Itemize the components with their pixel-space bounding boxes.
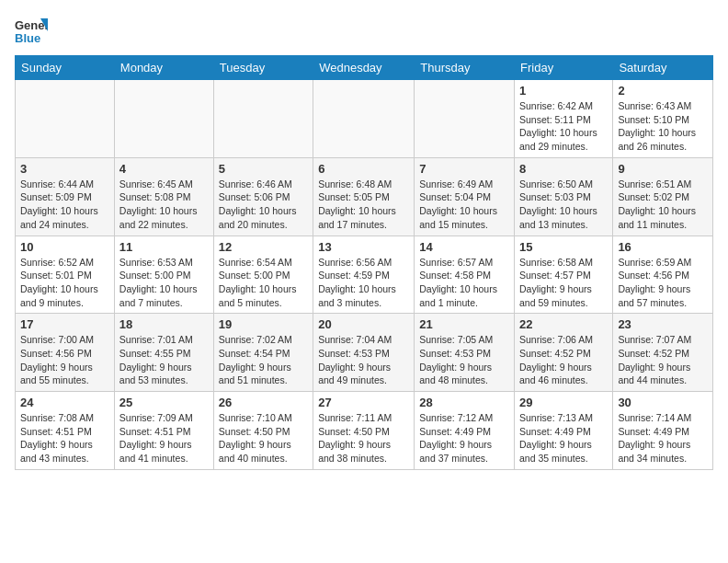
calendar-cell: 10Sunrise: 6:52 AM Sunset: 5:01 PM Dayli… xyxy=(16,236,115,314)
calendar-cell xyxy=(114,80,213,158)
day-info: Sunrise: 7:10 AM Sunset: 4:50 PM Dayligh… xyxy=(219,411,308,465)
day-number: 18 xyxy=(119,317,209,331)
day-info: Sunrise: 7:07 AM Sunset: 4:52 PM Dayligh… xyxy=(618,333,708,387)
weekday-header-tuesday: Tuesday xyxy=(213,56,313,80)
day-info: Sunrise: 6:42 AM Sunset: 5:11 PM Dayligh… xyxy=(519,99,608,154)
calendar-cell: 28Sunrise: 7:12 AM Sunset: 4:49 PM Dayli… xyxy=(415,392,515,470)
day-number: 5 xyxy=(219,162,308,176)
weekday-header-monday: Monday xyxy=(114,56,213,80)
calendar-cell: 3Sunrise: 6:44 AM Sunset: 5:09 PM Daylig… xyxy=(16,157,115,236)
day-info: Sunrise: 6:51 AM Sunset: 5:02 PM Dayligh… xyxy=(618,178,708,232)
calendar-cell: 30Sunrise: 7:14 AM Sunset: 4:49 PM Dayli… xyxy=(613,392,713,470)
day-number: 3 xyxy=(20,162,109,176)
logo: GeneralBlue xyxy=(15,15,48,48)
day-info: Sunrise: 6:45 AM Sunset: 5:08 PM Dayligh… xyxy=(119,178,209,232)
day-number: 15 xyxy=(519,240,608,254)
calendar-cell: 9Sunrise: 6:51 AM Sunset: 5:02 PM Daylig… xyxy=(613,157,713,236)
day-info: Sunrise: 7:05 AM Sunset: 4:53 PM Dayligh… xyxy=(419,333,509,387)
day-number: 16 xyxy=(618,240,708,254)
day-info: Sunrise: 7:04 AM Sunset: 4:53 PM Dayligh… xyxy=(318,333,409,387)
day-info: Sunrise: 6:48 AM Sunset: 5:05 PM Dayligh… xyxy=(318,178,409,232)
calendar-week-2: 3Sunrise: 6:44 AM Sunset: 5:09 PM Daylig… xyxy=(16,157,713,236)
day-info: Sunrise: 7:08 AM Sunset: 4:51 PM Dayligh… xyxy=(20,411,109,465)
day-number: 7 xyxy=(419,162,509,176)
day-number: 20 xyxy=(318,317,409,331)
day-number: 26 xyxy=(219,396,308,409)
calendar-cell: 18Sunrise: 7:01 AM Sunset: 4:55 PM Dayli… xyxy=(114,314,213,392)
day-info: Sunrise: 7:14 AM Sunset: 4:49 PM Dayligh… xyxy=(618,411,708,465)
calendar-cell: 8Sunrise: 6:50 AM Sunset: 5:03 PM Daylig… xyxy=(515,157,613,236)
calendar-cell: 1Sunrise: 6:42 AM Sunset: 5:11 PM Daylig… xyxy=(515,80,613,158)
weekday-header-friday: Friday xyxy=(515,56,613,80)
calendar-cell: 11Sunrise: 6:53 AM Sunset: 5:00 PM Dayli… xyxy=(114,236,213,314)
calendar-cell: 16Sunrise: 6:59 AM Sunset: 4:56 PM Dayli… xyxy=(613,236,713,314)
day-number: 23 xyxy=(618,317,708,331)
day-info: Sunrise: 6:52 AM Sunset: 5:01 PM Dayligh… xyxy=(20,256,109,310)
day-info: Sunrise: 6:56 AM Sunset: 4:59 PM Dayligh… xyxy=(318,256,409,310)
calendar-cell: 23Sunrise: 7:07 AM Sunset: 4:52 PM Dayli… xyxy=(613,314,713,392)
day-number: 17 xyxy=(20,317,109,331)
calendar-cell xyxy=(415,80,515,158)
calendar-week-4: 17Sunrise: 7:00 AM Sunset: 4:56 PM Dayli… xyxy=(16,314,713,392)
day-number: 9 xyxy=(618,162,708,176)
day-number: 29 xyxy=(519,396,608,409)
calendar-cell: 6Sunrise: 6:48 AM Sunset: 5:05 PM Daylig… xyxy=(313,157,415,236)
day-info: Sunrise: 6:53 AM Sunset: 5:00 PM Dayligh… xyxy=(119,256,209,310)
calendar-week-1: 1Sunrise: 6:42 AM Sunset: 5:11 PM Daylig… xyxy=(16,80,713,158)
day-number: 6 xyxy=(318,162,409,176)
day-number: 25 xyxy=(119,396,209,409)
weekday-header-thursday: Thursday xyxy=(415,56,515,80)
day-number: 8 xyxy=(519,162,608,176)
day-info: Sunrise: 7:00 AM Sunset: 4:56 PM Dayligh… xyxy=(20,333,109,387)
day-info: Sunrise: 7:12 AM Sunset: 4:49 PM Dayligh… xyxy=(419,411,509,465)
calendar-cell: 14Sunrise: 6:57 AM Sunset: 4:58 PM Dayli… xyxy=(415,236,515,314)
day-number: 22 xyxy=(519,317,608,331)
svg-text:Blue: Blue xyxy=(15,31,40,45)
calendar-week-5: 24Sunrise: 7:08 AM Sunset: 4:51 PM Dayli… xyxy=(16,392,713,470)
day-number: 13 xyxy=(318,240,409,254)
day-number: 24 xyxy=(20,396,109,409)
day-number: 2 xyxy=(618,84,708,98)
day-info: Sunrise: 6:49 AM Sunset: 5:04 PM Dayligh… xyxy=(419,178,509,232)
day-info: Sunrise: 6:50 AM Sunset: 5:03 PM Dayligh… xyxy=(519,178,608,232)
calendar-cell: 12Sunrise: 6:54 AM Sunset: 5:00 PM Dayli… xyxy=(213,236,313,314)
calendar-cell: 2Sunrise: 6:43 AM Sunset: 5:10 PM Daylig… xyxy=(613,80,713,158)
day-info: Sunrise: 6:58 AM Sunset: 4:57 PM Dayligh… xyxy=(519,256,608,310)
day-info: Sunrise: 6:59 AM Sunset: 4:56 PM Dayligh… xyxy=(618,256,708,310)
calendar-cell: 22Sunrise: 7:06 AM Sunset: 4:52 PM Dayli… xyxy=(515,314,613,392)
day-info: Sunrise: 7:02 AM Sunset: 4:54 PM Dayligh… xyxy=(219,333,308,387)
day-info: Sunrise: 6:43 AM Sunset: 5:10 PM Dayligh… xyxy=(618,99,708,154)
calendar-cell xyxy=(16,80,115,158)
calendar-cell: 13Sunrise: 6:56 AM Sunset: 4:59 PM Dayli… xyxy=(313,236,415,314)
day-info: Sunrise: 6:44 AM Sunset: 5:09 PM Dayligh… xyxy=(20,178,109,232)
day-info: Sunrise: 7:01 AM Sunset: 4:55 PM Dayligh… xyxy=(119,333,209,387)
day-number: 1 xyxy=(519,84,608,98)
calendar-cell: 21Sunrise: 7:05 AM Sunset: 4:53 PM Dayli… xyxy=(415,314,515,392)
day-number: 12 xyxy=(219,240,308,254)
day-number: 4 xyxy=(119,162,209,176)
calendar-cell: 17Sunrise: 7:00 AM Sunset: 4:56 PM Dayli… xyxy=(16,314,115,392)
day-info: Sunrise: 7:13 AM Sunset: 4:49 PM Dayligh… xyxy=(519,411,608,465)
page-header: GeneralBlue xyxy=(15,15,713,48)
calendar-cell: 5Sunrise: 6:46 AM Sunset: 5:06 PM Daylig… xyxy=(213,157,313,236)
day-number: 19 xyxy=(219,317,308,331)
day-info: Sunrise: 7:11 AM Sunset: 4:50 PM Dayligh… xyxy=(318,411,409,465)
logo-icon: GeneralBlue xyxy=(15,15,48,48)
day-info: Sunrise: 7:09 AM Sunset: 4:51 PM Dayligh… xyxy=(119,411,209,465)
calendar-cell xyxy=(213,80,313,158)
calendar-cell: 4Sunrise: 6:45 AM Sunset: 5:08 PM Daylig… xyxy=(114,157,213,236)
weekday-header-row: SundayMondayTuesdayWednesdayThursdayFrid… xyxy=(16,56,713,80)
calendar-cell: 19Sunrise: 7:02 AM Sunset: 4:54 PM Dayli… xyxy=(213,314,313,392)
calendar-table: SundayMondayTuesdayWednesdayThursdayFrid… xyxy=(15,55,713,470)
day-info: Sunrise: 7:06 AM Sunset: 4:52 PM Dayligh… xyxy=(519,333,608,387)
weekday-header-wednesday: Wednesday xyxy=(313,56,415,80)
day-info: Sunrise: 6:46 AM Sunset: 5:06 PM Dayligh… xyxy=(219,178,308,232)
day-info: Sunrise: 6:57 AM Sunset: 4:58 PM Dayligh… xyxy=(419,256,509,310)
weekday-header-saturday: Saturday xyxy=(613,56,713,80)
calendar-cell: 15Sunrise: 6:58 AM Sunset: 4:57 PM Dayli… xyxy=(515,236,613,314)
day-number: 14 xyxy=(419,240,509,254)
calendar-week-3: 10Sunrise: 6:52 AM Sunset: 5:01 PM Dayli… xyxy=(16,236,713,314)
day-number: 28 xyxy=(419,396,509,409)
calendar-cell: 25Sunrise: 7:09 AM Sunset: 4:51 PM Dayli… xyxy=(114,392,213,470)
day-number: 27 xyxy=(318,396,409,409)
